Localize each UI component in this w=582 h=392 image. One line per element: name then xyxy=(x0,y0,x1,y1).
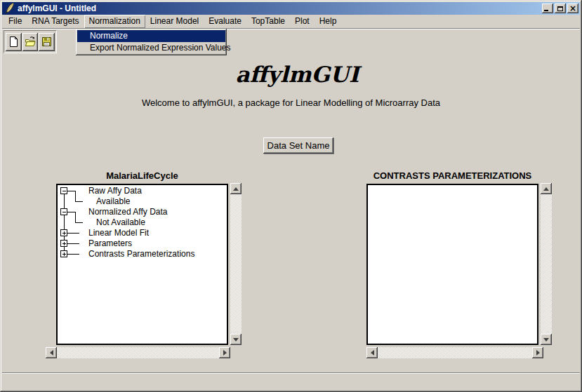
app-feather-icon xyxy=(4,3,15,14)
scroll-track[interactable] xyxy=(230,194,242,334)
scroll-up-button[interactable] xyxy=(230,183,242,194)
scroll-track[interactable] xyxy=(378,347,532,358)
tree-item-not-available[interactable]: Not Available xyxy=(96,217,145,227)
close-button[interactable]: × xyxy=(567,4,578,13)
app-window: affylmGUI - Untitled × File RNA Targets … xyxy=(0,0,582,392)
menu-evaluate[interactable]: Evaluate xyxy=(204,15,246,28)
arrow-right-icon xyxy=(536,350,540,356)
scroll-track[interactable] xyxy=(57,347,219,358)
arrow-up-icon xyxy=(543,187,549,191)
menu-rna-targets[interactable]: RNA Targets xyxy=(27,15,84,28)
contrasts-hscrollbar[interactable] xyxy=(366,347,543,358)
minimize-button[interactable] xyxy=(542,4,553,13)
right-panel-title: CONTRASTS PARAMETERIZATIONS xyxy=(366,170,538,181)
scroll-right-button[interactable] xyxy=(219,347,230,358)
new-file-button[interactable] xyxy=(6,33,22,51)
menu-help[interactable]: Help xyxy=(315,15,342,28)
tree-item-contrasts-parameterizations[interactable]: Contrasts Parameterizations xyxy=(88,249,194,259)
toolbar xyxy=(4,30,57,53)
contrasts-vscrollbar[interactable] xyxy=(541,183,552,345)
scroll-down-button[interactable] xyxy=(230,334,242,345)
menu-plot[interactable]: Plot xyxy=(290,15,315,28)
menu-bar: File RNA Targets Normalization Linear Mo… xyxy=(2,15,580,28)
menu-file[interactable]: File xyxy=(4,15,27,28)
welcome-text: Welcome to affylmGUI, a package for Line… xyxy=(0,97,582,108)
tree-item-linear-model-fit[interactable]: Linear Model Fit xyxy=(88,228,149,238)
bottom-separator xyxy=(2,372,580,374)
menu-item-export-normalized[interactable]: Export Normalized Expression Values xyxy=(77,42,225,54)
data-set-name-button[interactable]: Data Set Name xyxy=(263,137,333,154)
arrow-left-icon xyxy=(371,350,374,356)
menu-linear-model[interactable]: Linear Model xyxy=(145,15,204,28)
maximize-button[interactable] xyxy=(555,4,566,13)
left-tree-hscrollbar[interactable] xyxy=(46,347,230,358)
save-file-button[interactable] xyxy=(39,33,55,51)
arrow-down-icon xyxy=(233,338,239,342)
open-folder-icon xyxy=(25,36,37,48)
minimize-icon xyxy=(544,10,548,11)
arrow-down-icon xyxy=(543,338,549,342)
arrow-up-icon xyxy=(233,187,239,191)
open-file-button[interactable] xyxy=(22,33,39,51)
scroll-down-button[interactable] xyxy=(541,334,552,345)
tree-item-available[interactable]: Available xyxy=(96,196,130,206)
app-heading: affylmGUI xyxy=(0,62,582,87)
tree-item-raw-affy-data[interactable]: Raw Affy Data xyxy=(88,186,142,196)
save-floppy-icon xyxy=(41,36,53,48)
window-title: affylmGUI - Untitled xyxy=(18,2,541,15)
scroll-up-button[interactable] xyxy=(541,183,552,194)
tree-item-normalized-affy-data[interactable]: Normalized Affy Data xyxy=(88,207,168,217)
left-panel-title: MalariaLifeCycle xyxy=(56,170,228,181)
tree-item-parameters[interactable]: Parameters xyxy=(88,238,132,248)
new-file-icon xyxy=(8,36,20,48)
left-tree-vscrollbar[interactable] xyxy=(230,183,242,345)
close-icon: × xyxy=(569,5,576,12)
menu-normalization[interactable]: Normalization xyxy=(84,15,145,28)
menu-toptable[interactable]: TopTable xyxy=(246,15,290,28)
scroll-left-button[interactable] xyxy=(366,347,378,358)
normalization-dropdown-menu: Normalize Export Normalized Expression V… xyxy=(76,29,227,55)
status-tree-listbox[interactable]: Raw Affy Data Available Normalized Affy … xyxy=(56,184,228,345)
maximize-icon xyxy=(557,6,563,11)
arrow-left-icon xyxy=(50,350,53,356)
titlebar[interactable]: affylmGUI - Untitled × xyxy=(2,2,580,15)
scroll-right-button[interactable] xyxy=(532,347,543,358)
arrow-right-icon xyxy=(223,350,227,356)
scroll-left-button[interactable] xyxy=(46,347,57,358)
menu-item-normalize[interactable]: Normalize xyxy=(77,30,225,42)
scroll-track[interactable] xyxy=(541,194,552,334)
contrasts-listbox[interactable] xyxy=(366,184,538,345)
